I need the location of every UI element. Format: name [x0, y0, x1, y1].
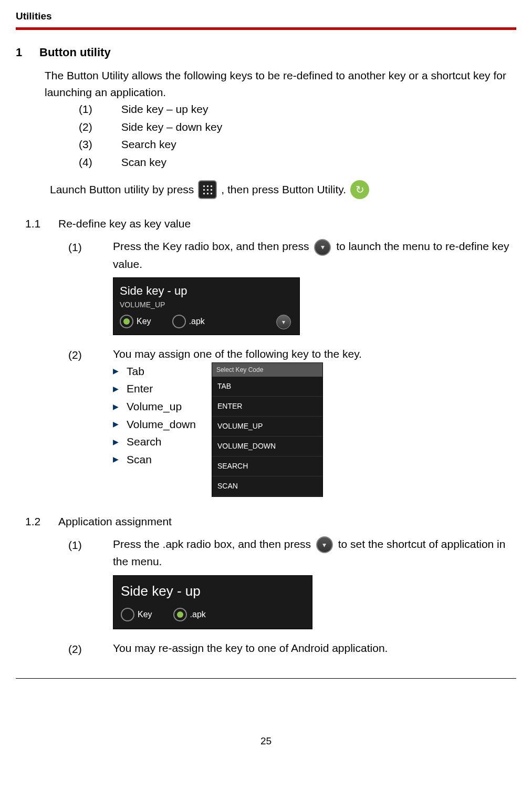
dropdown-icon: ▾ [316, 536, 333, 553]
step-text: You may re-assign the key to one of Andr… [113, 640, 516, 657]
key-radio[interactable]: Key [121, 608, 152, 621]
select-option[interactable]: ENTER [212, 397, 322, 417]
launch-text-b: , then press Button Utility. [221, 183, 346, 196]
section-1-heading: 1 Button utility [16, 46, 516, 59]
radio-label: .apk [190, 608, 206, 621]
list-item: Volume_down [127, 416, 196, 433]
subsection-1-1-heading: 1.1 Re-define key as key value [25, 217, 516, 230]
step-text-a: Press the Key radio box, and then press [113, 240, 309, 252]
subsection-number: 1.1 [25, 217, 44, 230]
subsection-title: Application assignment [58, 515, 172, 528]
select-key-code-screenshot: Select Key Code TAB ENTER VOLUME_UP VOLU… [212, 362, 323, 497]
button-utility-icon: ↻ [350, 180, 369, 199]
apk-radio[interactable]: .apk [173, 608, 206, 621]
side-key-up-screenshot: Side key - up VOLUME_UP Key .apk ▾ [113, 277, 300, 335]
radio-label: .apk [189, 315, 205, 328]
select-option[interactable]: SEARCH [212, 456, 322, 476]
radio-selected-icon [173, 608, 187, 621]
list-item: Search key [121, 136, 176, 153]
subsection-number: 1.2 [25, 515, 44, 528]
bullet-icon: ▶ [113, 418, 119, 430]
step-marker: (1) [68, 536, 84, 554]
list-marker: (3) [79, 136, 92, 153]
apk-radio[interactable]: .apk [172, 315, 205, 328]
list-marker: (1) [79, 100, 92, 118]
key-list: (1)Side key – up key (2)Side key – down … [79, 100, 516, 171]
subsection-1-2-heading: 1.2 Application assignment [25, 515, 516, 528]
list-item: Tab [127, 362, 144, 380]
list-item: Scan [127, 451, 152, 469]
dropdown-button[interactable]: ▾ [276, 315, 291, 329]
page-content: 1 Button utility The Button Utility allo… [0, 30, 532, 678]
key-radio[interactable]: Key [120, 315, 151, 328]
list-item: Scan key [121, 153, 166, 171]
shot-subtitle: VOLUME_UP [120, 299, 293, 310]
select-header: Select Key Code [212, 363, 322, 377]
section-intro: The Button Utility allows the following … [45, 67, 516, 100]
step-body: Press the .apk radio box, and then press… [113, 536, 516, 635]
list-marker: (4) [79, 153, 92, 171]
dropdown-icon: ▾ [314, 239, 331, 256]
shot-title: Side key - up [121, 581, 305, 601]
subsection-title: Re-define key as key value [58, 217, 191, 230]
apps-grid-icon [198, 180, 217, 199]
select-option[interactable]: TAB [212, 377, 322, 397]
list-item: Volume_up [127, 398, 182, 416]
step-marker: (2) [68, 640, 84, 658]
list-item: Side key – down key [121, 118, 223, 136]
bullet-icon: ▶ [113, 365, 119, 377]
list-marker: (2) [79, 118, 92, 136]
list-item: Side key – up key [121, 100, 208, 118]
radio-icon [121, 608, 134, 621]
step-marker: (2) [68, 346, 84, 364]
launch-instruction: Launch Button utility by press , then pr… [50, 180, 516, 199]
bullet-icon: ▶ [113, 453, 119, 465]
list-item: Search [127, 433, 162, 451]
section-number: 1 [16, 46, 26, 59]
key-bullet-list: ▶Tab ▶Enter ▶Volume_up ▶Volume_down ▶Sea… [113, 362, 196, 469]
list-item: Enter [127, 380, 153, 398]
bullet-icon: ▶ [113, 401, 119, 412]
launch-text-a: Launch Button utility by press [50, 183, 194, 196]
footer-rule [16, 678, 516, 679]
select-option[interactable]: SCAN [212, 476, 322, 496]
bullet-icon: ▶ [113, 436, 119, 448]
page-number: 25 [0, 731, 532, 747]
radio-icon [172, 315, 186, 328]
step-text: You may assign one of the following key … [113, 346, 516, 362]
section-title: Button utility [39, 46, 111, 59]
step-marker: (1) [68, 238, 84, 256]
bullet-icon: ▶ [113, 383, 119, 394]
shot-title: Side key - up [120, 282, 293, 299]
step-body: You may assign one of the following key … [113, 346, 516, 497]
side-key-up-apk-screenshot: Side key - up Key .apk [113, 575, 312, 629]
radio-selected-icon [120, 315, 133, 328]
radio-label: Key [137, 315, 151, 328]
select-option[interactable]: VOLUME_UP [212, 417, 322, 437]
step-text-a: Press the .apk radio box, and then press [113, 538, 311, 550]
step-body: Press the Key radio box, and then press … [113, 238, 516, 340]
page-header-title: Utilities [16, 11, 52, 22]
select-option[interactable]: VOLUME_DOWN [212, 437, 322, 456]
radio-label: Key [138, 608, 152, 621]
